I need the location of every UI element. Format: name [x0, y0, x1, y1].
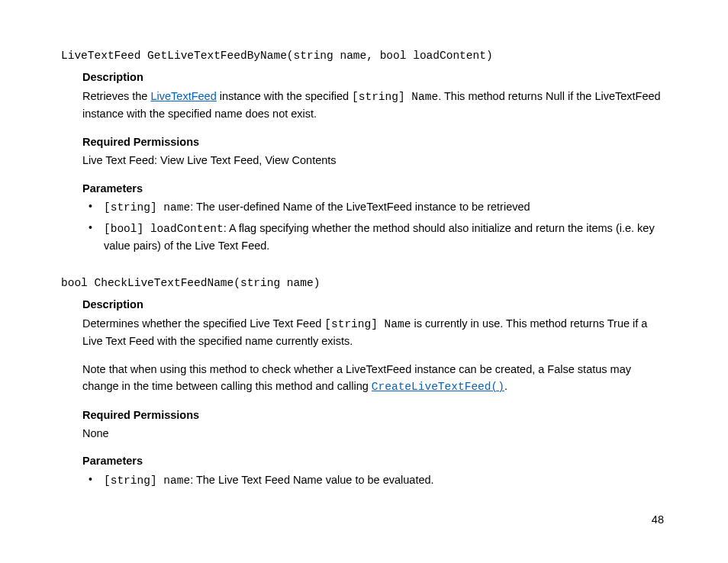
parameters-list: [string] name: The user-defined Name of …	[82, 198, 667, 254]
description-text: Retrieves the LiveTextFeed instance with…	[82, 88, 667, 123]
inline-code: [bool] loadContent	[104, 223, 224, 235]
text: Retrieves the	[82, 90, 150, 102]
method-signature: LiveTextFeed GetLiveTextFeedByName(strin…	[61, 47, 667, 64]
required-permissions-heading: Required Permissions	[82, 407, 667, 423]
method-body: Description Determines whether the speci…	[82, 296, 667, 489]
parameters-heading: Parameters	[82, 180, 667, 197]
text: : The Live Text Feed Name value to be ev…	[190, 474, 433, 486]
parameter-item: [string] name: The user-defined Name of …	[82, 198, 667, 216]
method-get-live-text-feed-by-name: LiveTextFeed GetLiveTextFeedByName(strin…	[61, 47, 667, 255]
text: .	[504, 380, 507, 392]
inline-code: [string] Name	[324, 318, 411, 330]
description-heading: Description	[82, 69, 667, 85]
required-permissions-text: None	[82, 425, 667, 442]
parameters-heading: Parameters	[82, 452, 667, 469]
parameter-item: [string] name: The Live Text Feed Name v…	[82, 471, 667, 489]
text: Determines whether the specified Live Te…	[82, 317, 324, 330]
inline-code: [string] name	[104, 475, 190, 487]
inline-code: [string] Name	[352, 91, 438, 103]
text: : The user-defined Name of the LiveTextF…	[190, 201, 530, 213]
inline-code: [string] name	[104, 201, 190, 214]
page-number: 48	[652, 511, 664, 528]
text: instance with the specified	[217, 90, 352, 102]
method-signature: bool CheckLiveTextFeedName(string name)	[61, 275, 667, 291]
document-page: LiveTextFeed GetLiveTextFeedByName(strin…	[0, 0, 728, 489]
parameters-list: [string] name: The Live Text Feed Name v…	[82, 471, 667, 489]
note-text: Note that when using this method to chec…	[82, 361, 667, 396]
required-permissions-text: Live Text Feed: View Live Text Feed, Vie…	[82, 152, 667, 169]
method-body: Description Retrieves the LiveTextFeed i…	[82, 69, 667, 254]
parameter-item: [bool] loadContent: A flag specifying wh…	[82, 220, 667, 255]
create-live-text-feed-link[interactable]: CreateLiveTextFeed()	[372, 381, 504, 393]
method-check-live-text-feed-name: bool CheckLiveTextFeedName(string name) …	[61, 275, 667, 490]
text: Note that when using this method to chec…	[82, 363, 631, 392]
required-permissions-heading: Required Permissions	[82, 134, 667, 150]
livetextfeed-link[interactable]: LiveTextFeed	[150, 90, 216, 102]
description-heading: Description	[82, 296, 667, 313]
description-text: Determines whether the specified Live Te…	[82, 315, 667, 350]
